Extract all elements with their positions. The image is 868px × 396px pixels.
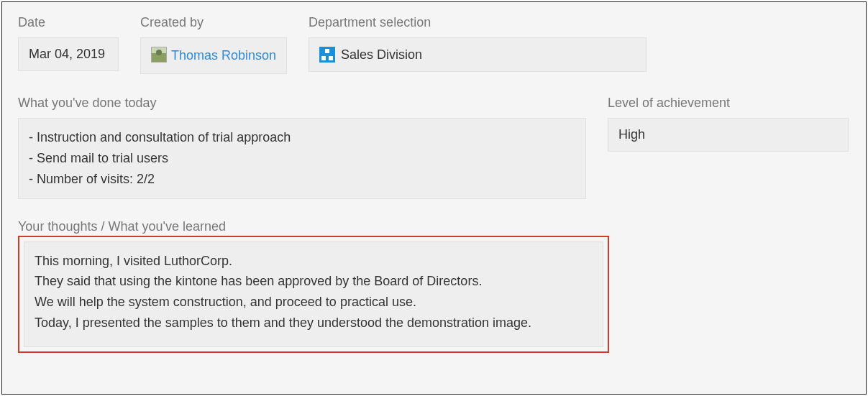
done-today-label: What you've done today [18,96,586,111]
thoughts-value: This morning, I visited LuthorCorp. They… [24,241,603,347]
record-detail-panel: Date Mar 04, 2019 Created by Thomas Robi… [1,1,867,395]
org-chart-icon [319,47,335,63]
date-label: Date [18,15,119,30]
created-by-field: Created by Thomas Robinson [140,15,287,74]
achievement-field: Level of achievement High [608,96,849,152]
thoughts-field: Your thoughts / What you've learned This… [18,219,850,353]
date-field: Date Mar 04, 2019 [18,15,119,71]
achievement-label: Level of achievement [608,96,849,111]
created-by-label: Created by [140,15,287,30]
done-today-field: What you've done today - Instruction and… [18,96,586,198]
department-label: Department selection [309,15,647,30]
department-value: Sales Division [341,47,422,63]
creator-link[interactable]: Thomas Robinson [171,47,276,65]
avatar-icon [151,47,167,63]
thoughts-label: Your thoughts / What you've learned [18,219,850,234]
done-today-value: - Instruction and consultation of trial … [18,118,586,198]
header-row: Date Mar 04, 2019 Created by Thomas Robi… [18,15,850,74]
date-value: Mar 04, 2019 [18,37,119,71]
department-box: Sales Division [309,37,647,72]
middle-row: What you've done today - Instruction and… [18,96,850,198]
creator-box: Thomas Robinson [140,37,287,74]
department-field: Department selection Sales Division [309,15,647,72]
highlight-frame: This morning, I visited LuthorCorp. They… [18,236,609,353]
achievement-value: High [608,118,849,152]
